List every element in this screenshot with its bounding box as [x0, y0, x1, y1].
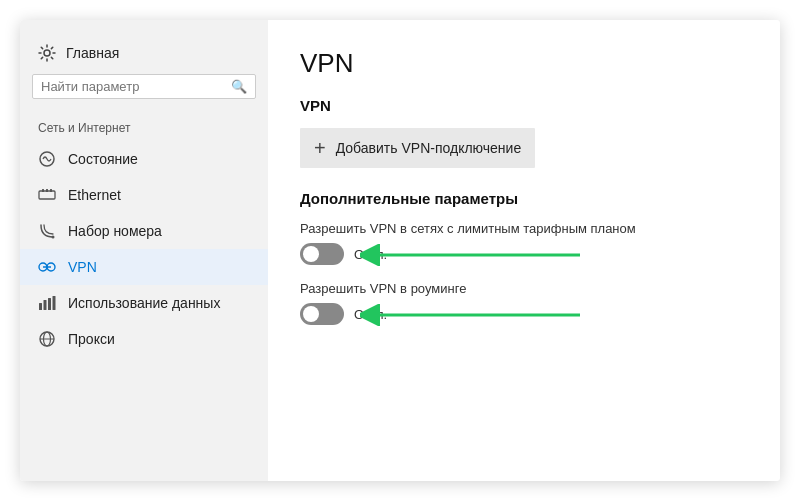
- sidebar-item-status[interactable]: Состояние: [20, 141, 268, 177]
- ethernet-label: Ethernet: [68, 187, 121, 203]
- toggle2-switch[interactable]: [300, 303, 344, 325]
- arrow1-container: [360, 244, 590, 266]
- plus-icon: +: [314, 138, 326, 158]
- green-arrow2: [360, 304, 590, 326]
- sidebar-item-vpn[interactable]: VPN: [20, 249, 268, 285]
- add-vpn-label: Добавить VPN-подключение: [336, 140, 522, 156]
- svg-rect-12: [48, 298, 51, 310]
- search-box: 🔍: [32, 74, 256, 99]
- svg-point-0: [44, 50, 50, 56]
- search-input[interactable]: [41, 79, 231, 94]
- toggle2-state: Откл.: [354, 307, 387, 322]
- toggle1-state: Откл.: [354, 247, 387, 262]
- vpn-icon: [38, 258, 56, 276]
- toggle1-label: Разрешить VPN в сетях с лимитным тарифны…: [300, 221, 748, 236]
- proxy-label: Прокси: [68, 331, 115, 347]
- home-label: Главная: [66, 45, 119, 61]
- toggle2-row: Откл.: [300, 303, 748, 325]
- svg-rect-11: [44, 300, 47, 310]
- status-label: Состояние: [68, 151, 138, 167]
- sidebar-section-label: Сеть и Интернет: [20, 113, 268, 141]
- arrow2-container: [360, 304, 590, 326]
- sidebar-item-dialup[interactable]: Набор номера: [20, 213, 268, 249]
- page-title: VPN: [300, 48, 748, 79]
- gear-icon: [38, 44, 56, 62]
- svg-rect-4: [46, 189, 48, 192]
- vpn-label: VPN: [68, 259, 97, 275]
- dialup-icon: [38, 222, 56, 240]
- sidebar-item-data-usage[interactable]: Использование данных: [20, 285, 268, 321]
- search-icon: 🔍: [231, 79, 247, 94]
- toggle2-label: Разрешить VPN в роуминге: [300, 281, 748, 296]
- green-arrow1: [360, 244, 590, 266]
- sidebar: Главная 🔍 Сеть и Интернет Состояние: [20, 20, 268, 481]
- toggle1-knob: [303, 246, 319, 262]
- sidebar-item-home[interactable]: Главная: [20, 36, 268, 74]
- settings-window: Главная 🔍 Сеть и Интернет Состояние: [20, 20, 780, 481]
- data-usage-icon: [38, 294, 56, 312]
- svg-rect-2: [39, 191, 55, 199]
- toggle1-row: Откл.: [300, 243, 748, 265]
- toggle-row-roaming: Разрешить VPN в роуминге Откл.: [300, 281, 748, 325]
- toggle-row-metered: Разрешить VPN в сетях с лимитным тарифны…: [300, 221, 748, 265]
- data-usage-label: Использование данных: [68, 295, 220, 311]
- sidebar-item-ethernet[interactable]: Ethernet: [20, 177, 268, 213]
- dialup-label: Набор номера: [68, 223, 162, 239]
- toggle1-switch[interactable]: [300, 243, 344, 265]
- svg-rect-5: [50, 189, 52, 192]
- proxy-icon: [38, 330, 56, 348]
- svg-rect-13: [53, 296, 56, 310]
- ethernet-icon: [38, 186, 56, 204]
- add-vpn-button[interactable]: + Добавить VPN-подключение: [300, 128, 535, 168]
- svg-point-6: [52, 236, 55, 239]
- vpn-section-title: VPN: [300, 97, 748, 114]
- toggle2-knob: [303, 306, 319, 322]
- main-content: VPN VPN + Добавить VPN-подключение Допол…: [268, 20, 780, 481]
- svg-rect-10: [39, 303, 42, 310]
- svg-rect-3: [42, 189, 44, 192]
- advanced-title: Дополнительные параметры: [300, 190, 748, 207]
- status-icon: [38, 150, 56, 168]
- sidebar-item-proxy[interactable]: Прокси: [20, 321, 268, 357]
